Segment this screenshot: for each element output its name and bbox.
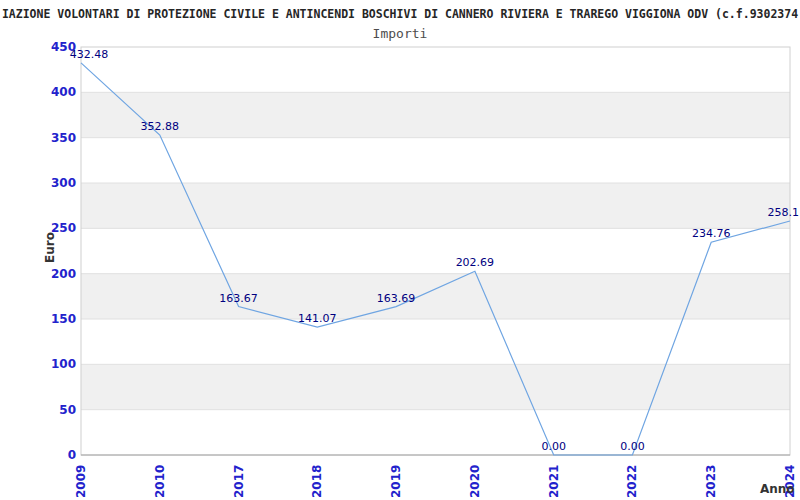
data-point-label: 432.48 bbox=[70, 48, 109, 61]
y-tick-label: 50 bbox=[59, 403, 76, 417]
data-point-label: 0.00 bbox=[541, 440, 566, 453]
plot-band bbox=[81, 274, 790, 319]
plot-band bbox=[81, 364, 790, 409]
data-point-label: 234.76 bbox=[692, 227, 731, 240]
x-tick-label: 2023 bbox=[704, 465, 718, 498]
data-point-label: 141.07 bbox=[298, 312, 337, 325]
plot-band bbox=[81, 92, 790, 137]
y-tick-label: 100 bbox=[51, 357, 76, 371]
y-tick-label: 200 bbox=[51, 267, 76, 281]
x-tick-label: 2022 bbox=[625, 465, 639, 498]
plot-band bbox=[81, 183, 790, 228]
y-tick-label: 350 bbox=[51, 131, 76, 145]
data-point-label: 202.69 bbox=[456, 256, 495, 269]
y-tick-label: 400 bbox=[51, 85, 76, 99]
x-tick-label: 2018 bbox=[310, 465, 324, 498]
y-tick-label: 0 bbox=[68, 448, 76, 462]
x-tick-label: 2010 bbox=[153, 465, 167, 498]
y-axis-title: Euro bbox=[43, 232, 57, 263]
y-tick-label: 300 bbox=[51, 176, 76, 190]
x-tick-label: 2021 bbox=[547, 465, 561, 498]
x-tick-label: 2017 bbox=[232, 465, 246, 498]
y-tick-label: 150 bbox=[51, 312, 76, 326]
data-point-label: 258.1 bbox=[768, 206, 800, 219]
line-chart: 0501001502002503003504004502009201020172… bbox=[0, 0, 800, 500]
x-tick-label: 2009 bbox=[74, 465, 88, 498]
data-point-label: 163.67 bbox=[219, 292, 258, 305]
data-point-label: 352.88 bbox=[141, 120, 180, 133]
data-point-label: 163.69 bbox=[377, 292, 416, 305]
chart-container: IAZIONE VOLONTARI DI PROTEZIONE CIVILE E… bbox=[0, 0, 800, 500]
x-axis-title: Anno bbox=[760, 482, 795, 496]
x-tick-label: 2019 bbox=[389, 465, 403, 498]
x-tick-label: 2020 bbox=[468, 465, 482, 498]
data-point-label: 0.00 bbox=[620, 440, 645, 453]
